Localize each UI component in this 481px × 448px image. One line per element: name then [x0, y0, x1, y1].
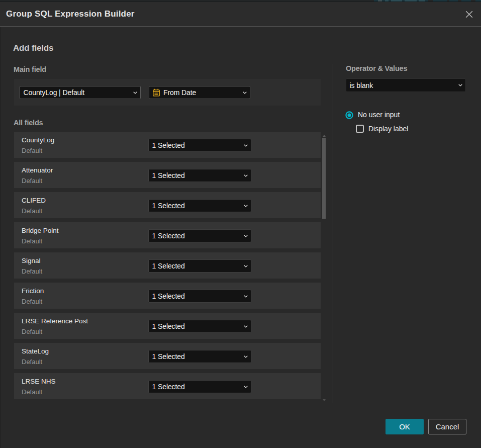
field-selection-select[interactable]: 1 Selected — [148, 199, 251, 212]
operator-values-label: Operator & Values — [346, 64, 407, 72]
chevron-down-icon — [244, 174, 248, 177]
main-field-select[interactable]: From Date — [149, 86, 250, 99]
chevron-down-icon — [244, 386, 248, 388]
close-icon[interactable] — [465, 11, 473, 18]
add-fields-heading: Add fields — [13, 43, 53, 53]
chevron-down-icon — [244, 205, 248, 207]
chevron-down-icon — [244, 355, 248, 358]
field-selection-value: 1 Selected — [152, 169, 185, 182]
group-sql-expression-builder-dialog: Group SQL Expression Builder Add fields … — [0, 2, 481, 448]
field-subtitle: Default — [22, 177, 42, 185]
field-row: AttenuatorDefault1 Selected — [14, 162, 321, 188]
field-selection-select[interactable]: 1 Selected — [148, 169, 251, 182]
field-row: FrictionDefault1 Selected — [14, 283, 321, 309]
ok-button[interactable]: OK — [386, 419, 424, 434]
field-selection-value: 1 Selected — [152, 260, 185, 272]
scrollbar-down-arrow-icon[interactable] — [323, 399, 326, 401]
field-subtitle: Default — [22, 207, 42, 215]
main-field-select-value: From Date — [163, 86, 196, 99]
field-selection-value: 1 Selected — [152, 290, 185, 302]
field-selection-select[interactable]: 1 Selected — [148, 350, 251, 363]
field-name: LRSE Reference Post — [22, 317, 88, 325]
field-subtitle: Default — [22, 388, 42, 396]
scrollbar-thumb[interactable] — [322, 138, 326, 219]
field-selection-value: 1 Selected — [152, 200, 185, 212]
chevron-down-icon — [244, 325, 248, 328]
background-ui-fragment — [433, 0, 447, 2]
field-name: Signal — [22, 257, 41, 264]
background-ui-fragment — [378, 0, 382, 2]
field-row: SignalDefault1 Selected — [14, 252, 321, 279]
chevron-down-icon — [244, 235, 248, 237]
radio-selected-icon[interactable] — [345, 111, 353, 119]
dialog-titlebar: Group SQL Expression Builder — [0, 2, 481, 27]
no-user-input-label: No user input — [358, 111, 400, 119]
all-fields-label: All fields — [14, 119, 43, 127]
field-selection-select[interactable]: 1 Selected — [148, 139, 251, 152]
field-name: Friction — [22, 287, 44, 295]
field-selection-value: 1 Selected — [152, 350, 185, 363]
chevron-down-icon — [458, 84, 462, 86]
field-row: LRSE NHSDefault1 Selected — [14, 373, 321, 399]
field-selection-value: 1 Selected — [152, 139, 185, 151]
chevron-down-icon — [244, 265, 248, 267]
field-selection-select[interactable]: 1 Selected — [148, 290, 251, 303]
main-field-panel: CountyLog | Default From Date — [14, 79, 321, 106]
layer-select-value: CountyLog | Default — [24, 86, 85, 99]
background-ui-fragment — [419, 0, 425, 2]
field-selection-value: 1 Selected — [152, 381, 185, 393]
operator-select[interactable]: is blank — [346, 78, 466, 92]
field-row: StateLogDefault1 Selected — [14, 343, 321, 369]
field-name: Attenuator — [22, 166, 53, 174]
background-ui-fragment — [391, 0, 402, 2]
field-name: Bridge Point — [22, 227, 59, 234]
field-subtitle: Default — [22, 147, 42, 154]
field-selection-select[interactable]: 1 Selected — [148, 229, 251, 242]
field-subtitle: Default — [22, 267, 42, 275]
operator-select-value: is blank — [350, 79, 373, 92]
field-row: LRSE Reference PostDefault1 Selected — [14, 313, 321, 339]
field-selection-select[interactable]: 1 Selected — [148, 380, 251, 393]
field-row: CLIFEDDefault1 Selected — [14, 192, 321, 218]
field-name: StateLog — [22, 347, 49, 355]
field-subtitle: Default — [22, 237, 42, 245]
field-selection-value: 1 Selected — [152, 230, 185, 242]
chevron-down-icon — [133, 92, 137, 94]
field-selection-value: 1 Selected — [152, 320, 185, 332]
field-name: CLIFED — [22, 197, 46, 204]
calendar-date-icon — [152, 88, 160, 97]
dialog-title: Group SQL Expression Builder — [6, 2, 135, 27]
chevron-down-icon — [244, 295, 248, 298]
background-ui-fragment — [475, 0, 481, 2]
main-field-label: Main field — [14, 65, 46, 73]
field-selection-select[interactable]: 1 Selected — [148, 259, 251, 273]
background-ui-fragment — [385, 0, 389, 2]
field-row: CountyLogDefault1 Selected — [14, 132, 321, 158]
cancel-button[interactable]: Cancel — [428, 419, 466, 434]
background-ui-fragment — [449, 0, 458, 2]
checkbox-unchecked-icon[interactable] — [356, 125, 364, 133]
field-selection-select[interactable]: 1 Selected — [148, 320, 251, 333]
field-subtitle: Default — [22, 328, 42, 335]
field-name: CountyLog — [22, 136, 54, 144]
field-subtitle: Default — [22, 298, 42, 305]
chevron-down-icon — [243, 92, 247, 94]
field-subtitle: Default — [22, 358, 42, 366]
vertical-divider — [333, 64, 333, 403]
background-ui-fragment — [405, 0, 417, 2]
background-ui-fragment — [461, 0, 471, 2]
field-name: LRSE NHS — [22, 378, 56, 385]
chevron-down-icon — [244, 144, 248, 147]
field-row: Bridge PointDefault1 Selected — [14, 222, 321, 248]
layer-select[interactable]: CountyLog | Default — [20, 86, 141, 99]
background-app-strip — [0, 0, 481, 2]
display-label-text: Display label — [368, 125, 408, 133]
scrollbar-up-arrow-icon[interactable] — [323, 135, 326, 137]
